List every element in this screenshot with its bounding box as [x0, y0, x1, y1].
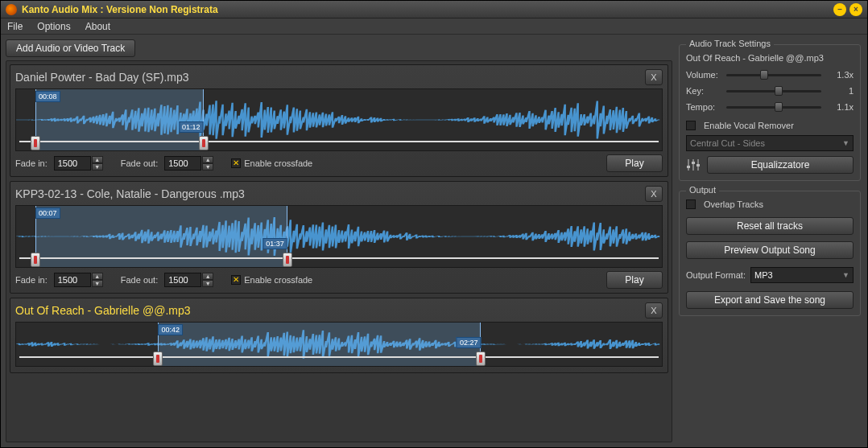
track-list: Daniel Powter - Bad Day (SF).mp3 X 00:08… — [6, 60, 672, 442]
track-title: Out Of Reach - Gabrielle @@.mp3 — [15, 304, 645, 317]
selection-start-handle[interactable] — [31, 136, 40, 150]
tempo-label: Tempo: — [686, 102, 721, 112]
svg-rect-5 — [696, 164, 700, 166]
spin-down-icon[interactable]: ▼ — [92, 280, 103, 287]
fade-in-input[interactable]: ▲▼ — [54, 156, 103, 171]
crossfade-checkbox[interactable]: ✕ — [231, 275, 241, 285]
play-button[interactable]: Play — [606, 271, 663, 289]
waveform[interactable]: 00:42 02:27 — [15, 322, 663, 367]
fade-out-label: Fade out: — [121, 275, 158, 285]
waveform[interactable]: 00:07 01:37 — [15, 205, 663, 268]
fade-out-label: Fade out: — [121, 158, 158, 168]
waveform[interactable]: 00:08 01:12 — [15, 88, 663, 151]
selection-end-time: 01:37 — [262, 238, 287, 249]
selection-end-handle[interactable] — [476, 351, 486, 366]
menu-file[interactable]: File — [7, 21, 23, 32]
fade-out-input[interactable]: ▲▼ — [164, 273, 213, 287]
titlebar: Kanto Audio Mix : Versione Non Registrat… — [1, 1, 867, 18]
crossfade-checkbox[interactable]: ✕ — [231, 158, 241, 168]
svg-rect-3 — [687, 166, 690, 168]
track-close-button[interactable]: X — [645, 69, 663, 85]
crossfade-label: Enable crossfade — [244, 158, 312, 168]
menu-about[interactable]: About — [85, 21, 110, 32]
selection-start-handle[interactable] — [31, 253, 40, 267]
selection-start-handle[interactable] — [153, 351, 163, 366]
volume-value: 1.3x — [826, 70, 854, 80]
selection-start-time: 00:08 — [35, 91, 60, 102]
app-logo-icon — [6, 4, 17, 15]
vocal-mode-select[interactable]: Central Cut - Sides ▼ — [686, 135, 854, 151]
timeline-baseline — [19, 141, 659, 142]
chevron-down-icon: ▼ — [842, 139, 849, 147]
spin-up-icon[interactable]: ▲ — [92, 273, 103, 280]
minimize-button[interactable]: – — [833, 3, 846, 16]
fade-out-input[interactable]: ▲▼ — [164, 156, 213, 171]
crossfade-label: Enable crossfade — [244, 275, 312, 285]
spin-down-icon[interactable]: ▼ — [202, 280, 213, 287]
fade-in-input[interactable]: ▲▼ — [54, 273, 103, 287]
volume-label: Volume: — [686, 70, 721, 80]
output-title: Output — [686, 185, 719, 195]
overlap-checkbox[interactable] — [686, 199, 696, 209]
chevron-down-icon: ▼ — [842, 271, 849, 279]
tempo-value: 1.1x — [826, 102, 854, 112]
selection-end-handle[interactable] — [199, 136, 209, 150]
fade-in-label: Fade in: — [15, 158, 48, 168]
track[interactable]: KPP3-02-13 - Cole, Natalie - Dangerous .… — [10, 181, 668, 294]
selection-end-handle[interactable] — [283, 253, 292, 267]
track-title: KPP3-02-13 - Cole, Natalie - Dangerous .… — [15, 187, 645, 200]
spin-down-icon[interactable]: ▼ — [202, 163, 213, 171]
add-track-button[interactable]: Add Audio or Video Track — [6, 39, 135, 57]
equalizer-button[interactable]: Equalizzatore — [707, 156, 854, 174]
spin-up-icon[interactable]: ▲ — [202, 156, 213, 163]
timeline-baseline — [19, 356, 659, 358]
fade-in-label: Fade in: — [15, 275, 48, 285]
output-format-label: Output Format: — [686, 270, 746, 280]
selection-end-time: 01:12 — [179, 121, 204, 133]
selection-start-time: 00:07 — [35, 208, 60, 219]
track-close-button[interactable]: X — [645, 186, 663, 202]
selection-region[interactable] — [158, 323, 481, 366]
track-title: Daniel Powter - Bad Day (SF).mp3 — [15, 71, 645, 84]
selection-end-time: 02:27 — [457, 337, 482, 348]
vocal-remover-checkbox[interactable] — [686, 121, 696, 130]
track[interactable]: Out Of Reach - Gabrielle @@.mp3 X 00:42 … — [10, 298, 668, 373]
spin-down-icon[interactable]: ▼ — [92, 163, 103, 171]
timeline-baseline — [19, 257, 659, 259]
vocal-remover-label: Enable Vocal Remover — [704, 121, 794, 130]
overlap-label: Overlap Tracks — [704, 199, 763, 209]
equalizer-icon — [686, 157, 701, 173]
output-group: Output Overlap Tracks Reset all tracks P… — [679, 191, 861, 316]
window-title: Kanto Audio Mix : Versione Non Registrat… — [22, 4, 218, 15]
preview-output-button[interactable]: Preview Output Song — [686, 241, 854, 259]
track-close-button[interactable]: X — [645, 302, 663, 319]
right-panel: Audio Track Settings Out Of Reach - Gabr… — [677, 35, 867, 447]
spin-up-icon[interactable]: ▲ — [92, 156, 103, 163]
audio-settings-title: Audio Track Settings — [686, 39, 774, 48]
audio-settings-group: Audio Track Settings Out Of Reach - Gabr… — [679, 44, 861, 181]
tempo-slider[interactable] — [726, 101, 821, 113]
key-label: Key: — [686, 86, 721, 96]
selection-start-time: 00:42 — [158, 324, 183, 335]
key-slider[interactable] — [726, 85, 821, 97]
volume-slider[interactable] — [726, 69, 821, 80]
track[interactable]: Daniel Powter - Bad Day (SF).mp3 X 00:08… — [10, 64, 668, 177]
menubar: File Options About — [1, 18, 867, 35]
export-button[interactable]: Export and Save the song — [686, 291, 854, 309]
svg-rect-4 — [692, 162, 695, 164]
current-track-label: Out Of Reach - Gabrielle @@.mp3 — [686, 53, 854, 63]
reset-tracks-button[interactable]: Reset all tracks — [686, 217, 854, 235]
play-button[interactable]: Play — [606, 154, 663, 172]
spin-up-icon[interactable]: ▲ — [202, 273, 213, 280]
key-value: 1 — [826, 86, 854, 96]
close-button[interactable]: × — [849, 3, 862, 16]
left-panel: Add Audio or Video Track Daniel Powter -… — [1, 35, 677, 447]
output-format-select[interactable]: MP3 ▼ — [750, 267, 854, 283]
app-window: Kanto Audio Mix : Versione Non Registrat… — [0, 0, 868, 448]
menu-options[interactable]: Options — [37, 21, 70, 32]
